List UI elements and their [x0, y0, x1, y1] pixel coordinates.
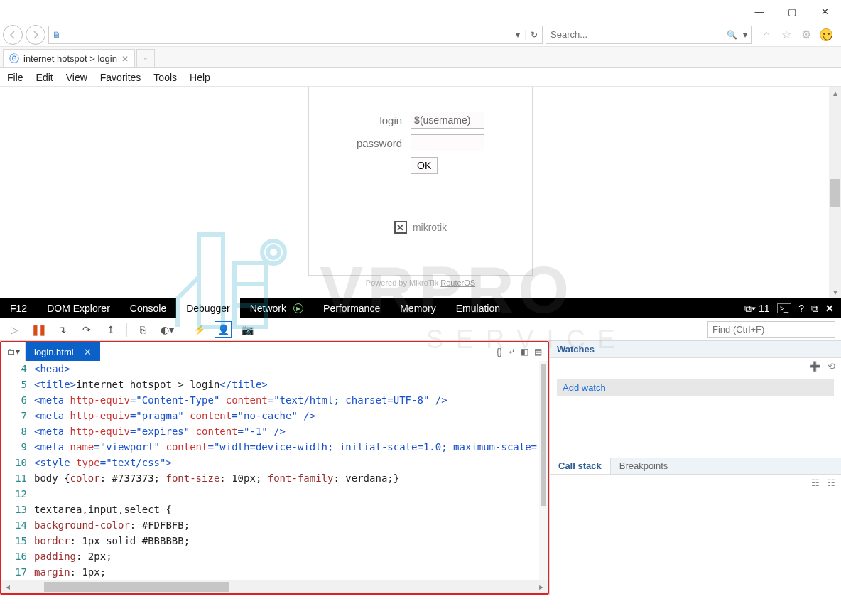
exception-control-icon[interactable]: ◐▾ — [158, 321, 175, 338]
file-picker-icon[interactable]: 🗀▾ — [1, 342, 26, 361]
browser-nav-bar: 🗎 ▾ ↻ 🔍 ▾ ⌂ ☆ ⚙ — [0, 23, 841, 47]
just-my-code-icon[interactable]: 👤 — [215, 321, 232, 338]
break-icon[interactable]: ❚❚ — [30, 321, 47, 338]
favorites-icon[interactable]: ☆ — [778, 27, 794, 43]
url-dropdown-icon[interactable]: ▾ — [511, 30, 525, 40]
address-bar[interactable]: 🗎 ▾ ↻ — [48, 26, 543, 44]
tab-dom-explorer[interactable]: DOM Explorer — [37, 298, 120, 318]
tab-title: internet hotspot > login — [23, 53, 117, 64]
async-icon[interactable]: ☷ — [827, 477, 835, 488]
pretty-print-icon[interactable]: {} — [497, 347, 502, 357]
scroll-thumb[interactable] — [830, 179, 840, 207]
options-icon[interactable]: ▤ — [534, 347, 542, 357]
f12-label: F12 — [0, 298, 37, 318]
ie-icon: ⓔ — [9, 53, 19, 65]
brand-label: mikrotik — [413, 222, 447, 233]
url-input[interactable] — [65, 27, 511, 43]
menu-file[interactable]: File — [7, 72, 23, 83]
undock-icon[interactable]: ⧉ — [811, 303, 818, 315]
add-watch-link[interactable]: Add watch — [563, 382, 606, 393]
step-into-icon[interactable]: ↴ — [54, 321, 71, 338]
callstack-body: ☷ ☷ — [550, 475, 841, 595]
word-wrap-icon[interactable]: ⤶ — [508, 347, 515, 357]
browser-menu-bar: File Edit View Favorites Tools Help — [0, 68, 841, 87]
window-maximize[interactable]: ▢ — [776, 0, 808, 23]
tab-console[interactable]: Console — [120, 298, 176, 318]
password-input[interactable] — [411, 134, 484, 151]
disconnect-icon[interactable]: ⚡ — [190, 321, 207, 338]
console-shortcut-icon[interactable]: >_ — [777, 303, 792, 313]
source-map-icon[interactable]: ◧ — [521, 347, 528, 357]
page-content: login password ✕ mikrotik Powered by Mik… — [0, 87, 841, 298]
tab-performance[interactable]: Performance — [313, 298, 390, 318]
browser-tab[interactable]: ⓔ internet hotspot > login ✕ — [3, 49, 135, 67]
login-label: login — [352, 109, 406, 131]
file-tab-close-icon[interactable]: ✕ — [84, 347, 92, 357]
hscroll-right-icon[interactable]: ▸ — [535, 582, 548, 592]
scroll-down-icon[interactable]: ▾ — [829, 286, 841, 298]
menu-help[interactable]: Help — [190, 72, 210, 83]
tab-emulation[interactable]: Emulation — [446, 298, 510, 318]
window-titlebar: — ▢ ✕ — [0, 0, 841, 23]
home-icon[interactable]: ⌂ — [759, 27, 774, 43]
pretty-print-icon[interactable]: 📷 — [239, 321, 256, 338]
forward-button[interactable] — [26, 25, 45, 45]
page-scrollbar[interactable]: ▴ ▾ — [829, 87, 841, 298]
add-watch-icon[interactable]: ➕ — [809, 361, 820, 372]
file-tab[interactable]: login.html ✕ — [26, 342, 100, 361]
settings-icon[interactable]: ⚙ — [798, 27, 814, 43]
ok-button[interactable] — [411, 157, 438, 174]
toolbar-icons: ⌂ ☆ ⚙ — [754, 27, 838, 43]
step-over-icon[interactable]: ↷ — [78, 321, 95, 338]
scroll-up-icon[interactable]: ▴ — [829, 87, 841, 99]
menu-tools[interactable]: Tools — [153, 72, 177, 83]
debugger-toolbar: ▷ ❚❚ ↴ ↷ ↥ ⎘ ◐▾ ⚡ 👤 📷 — [0, 318, 841, 341]
hscroll-left-icon[interactable]: ◂ — [1, 582, 14, 592]
routeros-link[interactable]: RouterOS — [440, 279, 475, 287]
menu-view[interactable]: View — [66, 72, 87, 83]
emulation-device-icon[interactable]: ⧉▾ 11 — [744, 303, 770, 315]
menu-favorites[interactable]: Favorites — [100, 72, 141, 83]
browser-tab-row: ⓔ internet hotspot > login ✕ ▫ — [0, 47, 841, 68]
poweredby-text: Powered by MikroTik RouterOS — [0, 276, 841, 287]
search-icon[interactable]: 🔍 — [724, 30, 739, 40]
frames-icon[interactable]: ☷ — [811, 477, 820, 488]
breakpoints-tab[interactable]: Breakpoints — [611, 458, 677, 474]
watches-header[interactable]: Watches — [550, 341, 841, 358]
code-area[interactable]: 4<head> 5<title>internet hotspot > login… — [1, 361, 548, 580]
new-tab-button[interactable]: ▫ — [136, 49, 155, 67]
window-minimize[interactable]: — — [743, 0, 776, 23]
devtools-close-icon[interactable]: ✕ — [825, 303, 834, 314]
code-hscrollbar[interactable]: ◂ ▸ — [1, 580, 548, 593]
tab-network[interactable]: Network▶ — [240, 298, 313, 318]
devtools-body: 🗀▾ login.html ✕ {} ⤶ ◧ ▤ 4<head> 5<title… — [0, 341, 841, 595]
tab-debugger[interactable]: Debugger — [176, 298, 240, 318]
callstack-tab[interactable]: Call stack — [550, 458, 611, 474]
search-dropdown-icon[interactable]: ▾ — [739, 30, 751, 40]
search-input[interactable] — [546, 29, 724, 40]
tab-memory[interactable]: Memory — [390, 298, 446, 318]
password-label: password — [352, 131, 406, 154]
step-out-icon[interactable]: ↥ — [102, 321, 119, 338]
devtools-tab-bar: F12 DOM Explorer Console Debugger Networ… — [0, 298, 841, 318]
login-form: login password ✕ mikrotik — [308, 87, 533, 276]
continue-icon[interactable]: ▷ — [6, 321, 23, 338]
help-icon[interactable]: ? — [798, 303, 804, 314]
code-vscrollbar[interactable] — [539, 361, 548, 580]
devtools-side-panels: Watches ➕ ⟲ Add watch Call stack Breakpo… — [549, 341, 841, 595]
smiley-icon[interactable] — [818, 27, 834, 43]
refresh-button[interactable]: ↻ — [525, 30, 542, 40]
network-play-icon: ▶ — [293, 303, 303, 313]
break-new-worker-icon[interactable]: ⎘ — [134, 321, 151, 338]
hscroll-thumb[interactable] — [44, 582, 229, 592]
window-close[interactable]: ✕ — [808, 0, 841, 23]
back-button[interactable] — [3, 25, 23, 45]
page-icon: 🗎 — [49, 30, 65, 40]
tab-close-icon[interactable]: ✕ — [121, 54, 129, 64]
login-input[interactable] — [411, 112, 484, 129]
delete-all-icon[interactable]: ⟲ — [828, 361, 835, 372]
find-input[interactable] — [707, 321, 835, 338]
watches-body: ➕ ⟲ Add watch — [550, 358, 841, 458]
menu-edit[interactable]: Edit — [36, 72, 53, 83]
search-bar[interactable]: 🔍 ▾ — [546, 26, 752, 44]
